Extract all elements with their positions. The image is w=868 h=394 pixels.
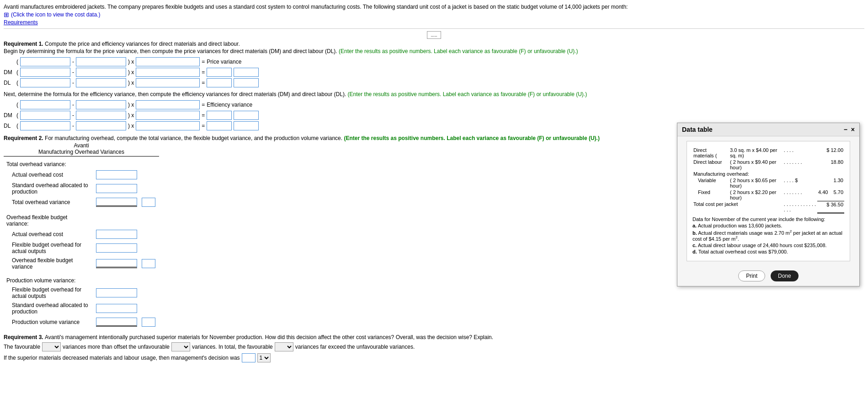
overhead-flex-variance-flag[interactable] [142, 259, 155, 268]
grid-icon: ⊞ [4, 11, 9, 18]
dl-pv-fav[interactable] [234, 78, 259, 87]
flexible-budget-table: Overhead flexible budget variance: Actua… [4, 212, 159, 272]
dl-pv-c[interactable] [136, 78, 200, 87]
variable-label: Variable [692, 177, 729, 189]
dm-dots: . . . . [783, 147, 817, 159]
overhead-flex-variance-input[interactable] [96, 259, 137, 268]
pv-flexible-budget-label: Flexible budget overhead for actual outp… [5, 286, 92, 300]
total-cost-dots: . . . . . . . . . . . . . . . [783, 201, 817, 213]
price-variance-label: Price variance [207, 59, 241, 65]
dm-ev-c[interactable] [136, 111, 200, 120]
data-notes: Data for November of the current year in… [692, 216, 844, 254]
total-variance-flag[interactable] [142, 198, 155, 207]
actual-overhead-input-2[interactable] [96, 230, 137, 239]
dl-pv-result[interactable] [207, 78, 232, 87]
cost-data-table: Direct materials ( 3.0 sq. m x $4.00 per… [692, 147, 844, 214]
popup-body: Direct materials ( 3.0 sq. m x $4.00 per… [687, 141, 850, 261]
overhead-table-title: Manufacturing Overhead Variances [4, 149, 159, 157]
company-name: Avanti [4, 142, 159, 149]
popup-title: Data table [682, 126, 713, 133]
dots-bar: ..... [4, 32, 864, 38]
fixed-dots: . . . . . . . [783, 189, 817, 201]
pv-formula-b[interactable] [76, 57, 126, 66]
dm-ev-b[interactable] [76, 111, 126, 120]
dl-pv-a[interactable] [20, 78, 70, 87]
ev-formula-a[interactable] [20, 100, 70, 109]
variable-dots: . . . . $ [783, 177, 817, 189]
dots: ..... [427, 31, 442, 39]
minimize-button[interactable]: − [844, 126, 847, 133]
total-overhead-section-label: Total overhead variance: [5, 160, 92, 168]
pv-flexible-budget-input[interactable] [96, 288, 137, 297]
actual-overhead-input-1[interactable] [96, 170, 137, 179]
fixed-overhead-row: Fixed ( 2 hours x $2.20 per hour) . . . … [692, 189, 844, 201]
dl-label: Direct labour [692, 159, 729, 171]
dm-ev-fav[interactable] [234, 111, 259, 120]
dm-price-row: DM ( - ) x = [4, 68, 864, 77]
done-button[interactable]: Done [771, 270, 799, 281]
divider-1 [4, 28, 864, 29]
req3-decision-select[interactable]: 1 2 [257, 353, 271, 362]
total-variance-input[interactable] [96, 198, 137, 207]
req1-sub: Begin by determining the formula for the… [4, 48, 864, 54]
ev-formula-b[interactable] [76, 100, 126, 109]
dl-ev-a[interactable] [20, 121, 70, 130]
standard-overhead-input[interactable] [96, 184, 137, 193]
fixed-detail: ( 2 hours x $2.20 per hour) [729, 189, 783, 201]
variable-detail: ( 2 hours x $0.65 per hour) [729, 177, 783, 189]
total-cost-amount: $ 36.50 [817, 201, 844, 213]
data-table-popup: Data table − × Direct materials ( 3.0 sq… [677, 123, 860, 286]
fixed-amount: 4.40 5.70 [817, 189, 844, 201]
dm-ev-result[interactable] [207, 111, 232, 120]
dm-label: Direct materials ( [692, 147, 729, 159]
req3-unfavourable-select[interactable]: DM DL OH [171, 342, 190, 351]
pv-formula-a[interactable] [20, 57, 70, 66]
dl-ev-c[interactable] [136, 121, 200, 130]
dl-ev-b[interactable] [76, 121, 126, 130]
production-volume-table: Production volume variance: Flexible bud… [4, 275, 159, 329]
dl-dots: . . . . . . . [783, 159, 817, 171]
dl-detail: ( 2 hours x $9.40 per hour) [729, 159, 783, 171]
variable-overhead-row: Variable ( 2 hours x $0.65 per hour) . .… [692, 177, 844, 189]
intro-text: Avanti manufactures embroidered jackets.… [4, 4, 864, 10]
direct-materials-row: Direct materials ( 3.0 sq. m x $4.00 per… [692, 147, 844, 159]
pv-standard-overhead-label: Standard overhead allocated to productio… [5, 301, 92, 316]
dl-ev-result[interactable] [207, 121, 232, 130]
ev-formula-c[interactable] [136, 100, 200, 109]
pv-variance-flag[interactable] [142, 318, 155, 327]
dm-pv-b[interactable] [76, 68, 126, 77]
dm-ev-a[interactable] [20, 111, 70, 120]
dm-eff-row: DM ( - ) x = [4, 111, 864, 120]
cost-data-link[interactable]: (Click the icon to view the cost data.) [11, 11, 100, 18]
mfg-overhead-header-row: Manufacturing overhead: [692, 171, 844, 177]
req3-favourable-select-2[interactable]: DM DL OH [275, 342, 293, 351]
popup-controls: − × [844, 126, 855, 133]
data-table-inner: Direct materials ( 3.0 sq. m x $4.00 per… [692, 147, 844, 254]
notes-heading: Data for November of the current year in… [692, 216, 844, 222]
popup-header: Data table − × [677, 123, 859, 136]
overhead-flex-variance-label: Overhead flexible budget variance [5, 256, 92, 271]
close-button[interactable]: × [851, 126, 855, 133]
dm-pv-a[interactable] [20, 68, 70, 77]
dm-pv-result[interactable] [207, 68, 232, 77]
dm-pv-c[interactable] [136, 68, 200, 77]
req3-row2: If the superior materials decreased mate… [4, 353, 864, 362]
req3-row1: The favourable DM DL OH variances more t… [4, 342, 864, 351]
pv-formula-c[interactable] [136, 57, 200, 66]
pv-variance-input[interactable] [96, 318, 137, 327]
standard-overhead-label: Standard overhead allocated to productio… [5, 181, 92, 196]
dl-pv-b[interactable] [76, 78, 126, 87]
dm-pv-fav[interactable] [234, 68, 259, 77]
total-cost-row: Total cost per jacket . . . . . . . . . … [692, 201, 844, 213]
flexible-budget-input[interactable] [96, 243, 137, 253]
total-cost-label: Total cost per jacket [692, 201, 783, 213]
req3-decision-input[interactable] [242, 353, 256, 362]
requirements-link[interactable]: Requirements [4, 19, 38, 26]
print-button[interactable]: Print [738, 270, 765, 281]
dl-ev-fav[interactable] [234, 121, 259, 130]
variable-amount: 1.30 [817, 177, 844, 189]
pv-standard-overhead-input[interactable] [96, 304, 137, 313]
req3-favourable-select-1[interactable]: DM DL OH [42, 342, 61, 351]
dl-amount: 18.80 [817, 159, 844, 171]
total-variance-label: Total overhead variance [5, 197, 92, 208]
